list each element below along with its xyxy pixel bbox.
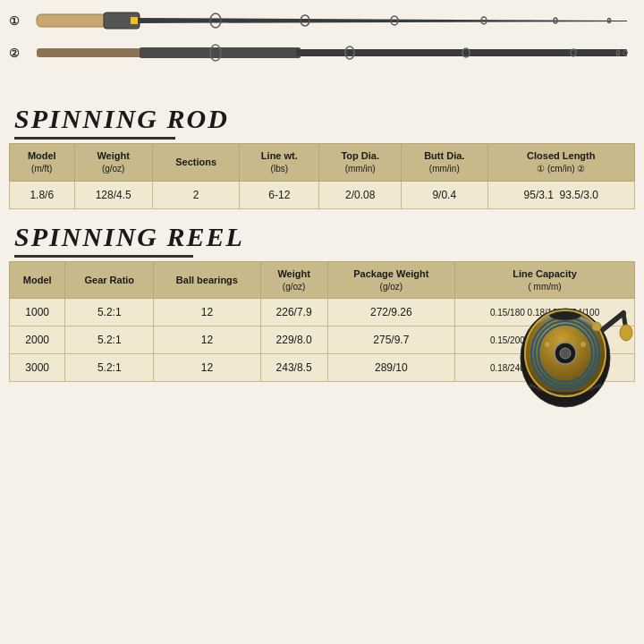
rod-1-svg xyxy=(29,7,635,34)
rod-1-label: ① xyxy=(9,14,23,28)
reel-cell-pkg: 289/10 xyxy=(327,354,454,382)
reel-cell-model: 2000 xyxy=(10,326,65,354)
rod-cell-model: 1.8/6 xyxy=(10,181,75,208)
reel-title-underline xyxy=(14,255,193,258)
rod-col-top-dia: Top Dia.(mm/in) xyxy=(319,144,402,182)
rod-cell-topdia: 2/0.08 xyxy=(319,181,402,208)
reel-cell-bb: 12 xyxy=(154,299,260,326)
svg-point-32 xyxy=(580,342,586,347)
svg-rect-10 xyxy=(37,48,144,57)
rod-col-model: Model(m/ft) xyxy=(10,144,75,182)
reel-col-weight: Weight(g/oz) xyxy=(260,261,327,299)
rod-col-weight: Weight(g/oz) xyxy=(74,144,152,182)
reel-svg xyxy=(494,295,637,411)
rod-cell-weight: 128/4.5 xyxy=(74,181,152,208)
rod-col-butt-dia: Butt Dia.(mm/in) xyxy=(402,144,487,182)
svg-point-25 xyxy=(560,348,571,359)
rod-cell-linewt: 6-12 xyxy=(240,181,319,208)
rod-title-underline xyxy=(14,137,175,140)
rod-2-svg xyxy=(29,39,635,66)
spinning-reel-heading: Spinning reel xyxy=(14,222,630,252)
rod-table-section: Model(m/ft) Weight(g/oz) Sections Line w… xyxy=(0,143,644,209)
rod-table-row: 1.8/6 128/4.5 2 6-12 2/0.08 9/0.4 95/3.1… xyxy=(10,181,635,208)
rod-images-section: ① xyxy=(0,0,644,98)
rod-col-closed: Closed Length① (cm/in) ② xyxy=(487,144,634,182)
reel-title-text: Spinning reel xyxy=(14,222,630,258)
svg-line-26 xyxy=(601,313,623,331)
svg-rect-9 xyxy=(131,17,138,24)
svg-point-31 xyxy=(545,342,550,347)
reel-cell-gear: 5.2:1 xyxy=(65,326,154,354)
rod-table-header-row: Model(m/ft) Weight(g/oz) Sections Line w… xyxy=(10,144,635,182)
rod-2-item: ② xyxy=(9,39,635,66)
rod-cell-buttdia: 9/0.4 xyxy=(402,181,487,208)
rod-specs-table: Model(m/ft) Weight(g/oz) Sections Line w… xyxy=(9,143,635,209)
reel-cell-model: 1000 xyxy=(10,299,65,326)
reel-cell-pkg: 275/9.7 xyxy=(327,326,454,354)
rod-cell-sections: 2 xyxy=(152,181,240,208)
svg-rect-0 xyxy=(37,14,108,27)
rod-col-sections: Sections xyxy=(152,144,240,182)
reel-cell-gear: 5.2:1 xyxy=(65,299,154,326)
rod-col-line-wt: Line wt.(lbs) xyxy=(240,144,319,182)
reel-table-header-row: Model Gear Ratio Ball bearings Weight(g/… xyxy=(10,261,635,299)
reel-cell-pkg: 272/9.26 xyxy=(327,299,454,326)
reel-cell-weight: 243/8.5 xyxy=(260,354,327,382)
rod-2-label: ② xyxy=(9,47,23,60)
reel-cell-model: 3000 xyxy=(10,354,65,382)
reel-col-gear: Gear Ratio xyxy=(65,261,154,299)
reel-cell-weight: 229/8.0 xyxy=(260,326,327,354)
page: ① xyxy=(0,0,644,644)
spinning-rod-heading: Spinning Rod xyxy=(14,104,630,134)
reel-col-bb: Ball bearings xyxy=(154,261,260,299)
reel-section: Spinning reel xyxy=(0,218,644,259)
reel-cell-gear: 5.2:1 xyxy=(65,354,154,382)
reel-col-pkg: Package Weight(g/oz) xyxy=(327,261,454,299)
reel-cell-bb: 12 xyxy=(154,354,260,382)
reel-title-area: Spinning reel xyxy=(14,222,630,258)
reel-col-line: Line Capacity( mm/m) xyxy=(455,261,635,299)
svg-point-28 xyxy=(620,325,632,341)
reel-col-model: Model xyxy=(10,261,65,299)
reel-image-container xyxy=(494,295,637,411)
rod-1-item: ① xyxy=(9,7,635,34)
rod-cell-closed: 95/3.1 93.5/3.0 xyxy=(487,181,634,208)
reel-cell-bb: 12 xyxy=(154,326,260,354)
reel-cell-weight: 226/7.9 xyxy=(260,299,327,326)
spinning-rod-title: Spinning Rod xyxy=(0,98,644,143)
